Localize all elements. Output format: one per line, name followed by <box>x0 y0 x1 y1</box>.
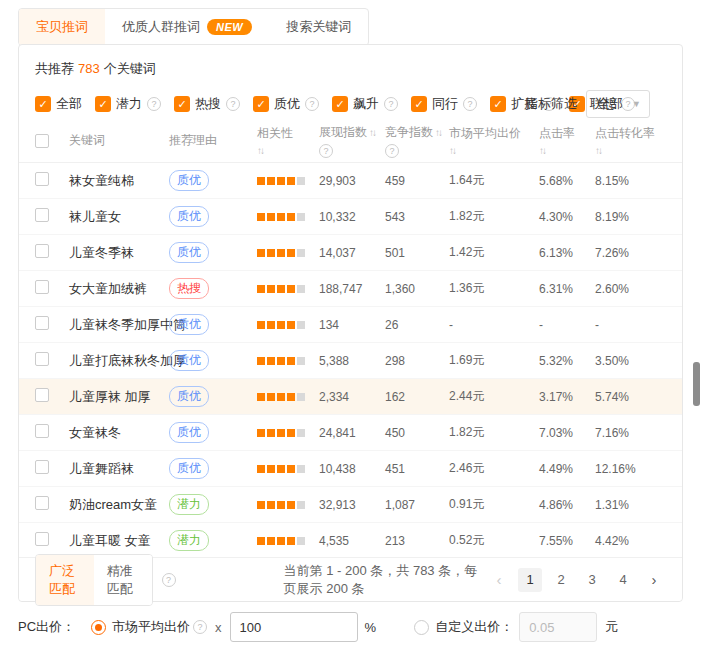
vertical-scrollbar-thumb[interactable] <box>693 362 700 406</box>
help-icon[interactable]: ? <box>226 97 240 111</box>
reason-tag: 质优 <box>169 422 209 443</box>
metric-filter-value: 全部 <box>597 95 623 113</box>
next-page-button[interactable]: › <box>642 568 666 592</box>
tab-2[interactable]: 优质人群推词 NEW <box>105 9 269 45</box>
table-row: 女大童加绒裤 热搜 188,747 1,360 1.36元 6.31% 2.60… <box>19 271 682 307</box>
filter-option-4[interactable]: ✓ 质优 ? <box>253 95 319 113</box>
sort-icon[interactable]: ↑↓ <box>595 145 665 156</box>
ctr-cell: - <box>539 318 595 332</box>
cvr-cell: 4.42% <box>595 534 665 548</box>
filter-option-3[interactable]: ✓ 热搜 ? <box>174 95 240 113</box>
row-checkbox[interactable] <box>35 208 49 222</box>
row-checkbox[interactable] <box>35 388 49 402</box>
col-reason: 推荐理由 <box>169 132 257 149</box>
table-row: 儿童舞蹈袜 质优 10,438 451 2.46元 4.49% 12.16% <box>19 451 682 487</box>
row-checkbox[interactable] <box>35 244 49 258</box>
page-button-4[interactable]: 4 <box>611 568 635 592</box>
row-checkbox[interactable] <box>35 460 49 474</box>
impression-cell: 188,747 <box>319 282 385 296</box>
filter-label: 飙升 <box>353 95 379 113</box>
checkbox-checked-icon[interactable]: ✓ <box>35 96 51 112</box>
ctr-cell: 3.17% <box>539 390 595 404</box>
relevance-bars <box>257 393 319 401</box>
cvr-cell: 7.16% <box>595 426 665 440</box>
help-icon[interactable]: ? <box>463 97 477 111</box>
custom-bid-input[interactable] <box>519 612 597 642</box>
summary-prefix: 共推荐 <box>35 61 74 76</box>
custom-price-radio[interactable] <box>414 620 429 635</box>
exact-match-button[interactable]: 精准匹配 <box>94 555 152 605</box>
filter-label: 全部 <box>56 95 82 113</box>
relevance-bars <box>257 537 319 545</box>
sort-icon[interactable]: ↑↓ <box>449 145 539 156</box>
row-checkbox[interactable] <box>35 352 49 366</box>
avg-price-cell: - <box>449 318 539 332</box>
tab-1[interactable]: 宝贝推词 <box>19 9 105 45</box>
row-checkbox[interactable] <box>35 316 49 330</box>
reason-tag: 潜力 <box>169 530 209 551</box>
filter-label: 同行 <box>432 95 458 113</box>
sort-icon[interactable]: ↑↓ <box>539 145 595 156</box>
table-header: 关键词 推荐理由 相关性 ↑↓ 展现指数↑↓ ? 竞争指数↑↓ ? 市场平均出价… <box>19 119 682 163</box>
metric-filter-select[interactable]: 全部 ▼ <box>586 90 650 118</box>
cvr-cell: - <box>595 318 665 332</box>
competition-cell: 501 <box>385 246 449 260</box>
relevance-bars <box>257 249 319 257</box>
market-price-radio[interactable] <box>91 620 106 635</box>
col-avg-price[interactable]: 市场平均出价 ↑↓ <box>449 125 539 156</box>
relevance-bars <box>257 177 319 185</box>
help-icon[interactable]: ? <box>305 97 319 111</box>
competition-cell: 1,360 <box>385 282 449 296</box>
page-button-3[interactable]: 3 <box>580 568 604 592</box>
reason-tag: 潜力 <box>169 494 209 515</box>
tab-3[interactable]: 搜索关键词 <box>269 9 368 45</box>
broad-match-button[interactable]: 广泛匹配 <box>36 555 94 605</box>
ctr-cell: 5.32% <box>539 354 595 368</box>
relevance-bars <box>257 321 319 329</box>
prev-page-button[interactable]: ‹ <box>487 568 511 592</box>
keyword-cell: 儿童厚袜 加厚 <box>69 388 169 406</box>
help-icon[interactable]: ? <box>162 573 176 587</box>
col-relevance[interactable]: 相关性 ↑↓ <box>257 125 319 156</box>
bid-multiplier-input[interactable] <box>230 612 358 642</box>
checkbox-checked-icon[interactable]: ✓ <box>253 96 269 112</box>
avg-price-cell: 0.52元 <box>449 532 539 549</box>
match-type-toggle: 广泛匹配 精准匹配 <box>35 554 153 606</box>
checkbox-checked-icon[interactable]: ✓ <box>490 96 506 112</box>
select-all-checkbox[interactable] <box>35 134 49 148</box>
col-ctr[interactable]: 点击率 ↑↓ <box>539 125 595 156</box>
row-checkbox[interactable] <box>35 172 49 186</box>
ctr-cell: 7.55% <box>539 534 595 548</box>
col-cvr[interactable]: 点击转化率 ↑↓ <box>595 125 665 156</box>
checkbox-checked-icon[interactable]: ✓ <box>174 96 190 112</box>
keyword-count: 783 <box>78 61 100 76</box>
checkbox-checked-icon[interactable]: ✓ <box>411 96 427 112</box>
page-button-2[interactable]: 2 <box>549 568 573 592</box>
page-button-1[interactable]: 1 <box>518 568 542 592</box>
filter-option-6[interactable]: ✓ 同行 ? <box>411 95 477 113</box>
help-icon[interactable]: ? <box>385 144 399 158</box>
filter-option-1[interactable]: ✓ 全部 <box>35 95 82 113</box>
relevance-bars <box>257 357 319 365</box>
help-icon[interactable]: ? <box>319 144 333 158</box>
sort-icon[interactable]: ↑↓ <box>369 127 375 138</box>
row-checkbox[interactable] <box>35 280 49 294</box>
relevance-bars <box>257 213 319 221</box>
col-impression[interactable]: 展现指数↑↓ ? <box>319 124 385 158</box>
checkbox-checked-icon[interactable]: ✓ <box>332 96 348 112</box>
help-icon[interactable]: ? <box>193 620 207 634</box>
tab-label: 优质人群推词 <box>122 18 200 36</box>
row-checkbox[interactable] <box>35 424 49 438</box>
relevance-bars <box>257 501 319 509</box>
row-checkbox[interactable] <box>35 532 49 546</box>
pagination: ‹ 1234 › <box>487 568 666 592</box>
help-icon[interactable]: ? <box>147 97 161 111</box>
sort-icon[interactable]: ↑↓ <box>257 145 319 156</box>
checkbox-checked-icon[interactable]: ✓ <box>95 96 111 112</box>
filter-option-5[interactable]: ✓ 飙升 ? <box>332 95 398 113</box>
col-competition[interactable]: 竞争指数↑↓ ? <box>385 124 449 158</box>
sort-icon[interactable]: ↑↓ <box>435 127 441 138</box>
filter-option-2[interactable]: ✓ 潜力 ? <box>95 95 161 113</box>
row-checkbox[interactable] <box>35 496 49 510</box>
help-icon[interactable]: ? <box>384 97 398 111</box>
